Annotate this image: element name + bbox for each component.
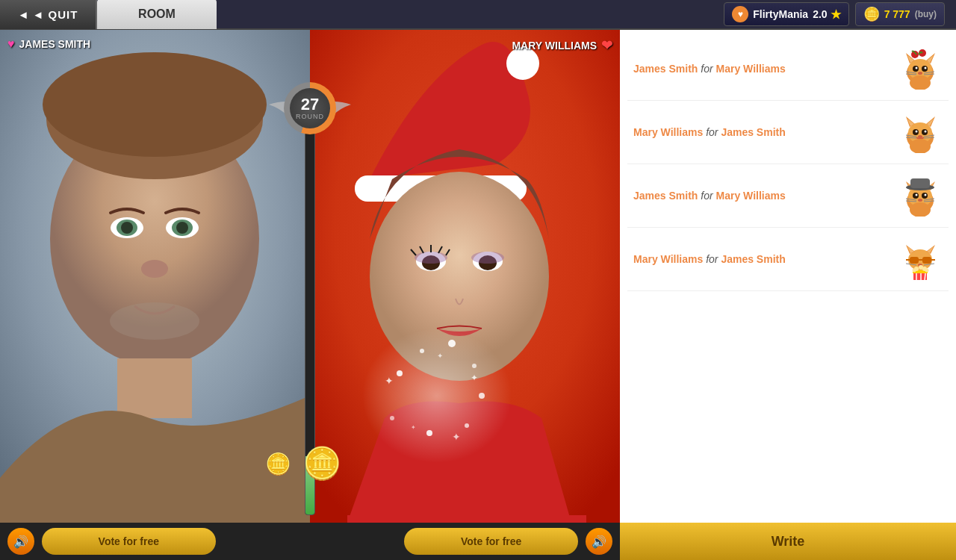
round-number: 27 <box>301 96 319 113</box>
svg-point-21 <box>415 252 447 264</box>
coins-left-icon: 🪙 <box>265 452 291 476</box>
svg-rect-89 <box>910 178 930 188</box>
chat-text-3: James Smith for Mary Williams <box>633 188 890 204</box>
sound-right-button[interactable]: 🔊 <box>586 528 612 555</box>
coins-right-icon: 🪙 <box>302 445 341 482</box>
svg-point-6 <box>121 222 133 234</box>
svg-point-66 <box>918 135 922 138</box>
chat-receiver-2: James Smith <box>721 126 785 138</box>
svg-rect-95 <box>910 257 919 264</box>
chat-entry-4: Mary Williams for James Smith <box>627 228 949 291</box>
chat-entry-2: Mary Williams for James Smith <box>627 101 949 164</box>
svg-rect-23 <box>347 515 586 523</box>
quit-button[interactable]: ◄ ◄ QUIT <box>0 0 97 29</box>
svg-point-9 <box>176 222 188 234</box>
star-icon: ★ <box>831 7 841 22</box>
chat-sender-4: Mary Williams <box>633 253 703 265</box>
chat-receiver-3: Mary Williams <box>716 190 786 202</box>
svg-point-16 <box>370 172 549 381</box>
svg-point-65 <box>924 130 926 132</box>
right-player-label: MARY WILLIAMS ❤ <box>512 37 612 54</box>
chat-text-1: James Smith for Mary Williams <box>633 61 890 77</box>
vote-right-button[interactable]: Vote for free <box>404 528 578 555</box>
write-button[interactable]: Write <box>620 523 956 560</box>
chat-connector-4: for <box>706 253 721 265</box>
round-badge: 27 ROUND <box>284 67 336 134</box>
svg-point-22 <box>471 252 504 264</box>
chat-text-2: Mary Williams for James Smith <box>633 125 890 140</box>
vote-right-label: Vote for free <box>461 535 521 547</box>
topbar: ◄ ◄ QUIT ROOM ♥ FlirtyMania 2.0 ★ 🪙 7 77… <box>0 0 956 30</box>
vote-left-label: Vote for free <box>99 535 159 547</box>
coins-value: 7 777 <box>884 8 910 20</box>
svg-rect-12 <box>117 358 192 418</box>
svg-point-82 <box>918 199 922 202</box>
svg-point-81 <box>924 193 926 196</box>
cat-sticker-4 <box>898 237 943 281</box>
chat-receiver-1: Mary Williams <box>716 63 786 75</box>
round-circle: 27 ROUND <box>284 82 336 134</box>
svg-point-47 <box>924 66 926 69</box>
chat-sender-3: James Smith <box>633 190 698 202</box>
quit-label: ◄ QUIT <box>33 8 78 21</box>
app-logo: ♥ FlirtyMania 2.0 ★ <box>724 2 848 26</box>
bottom-controls: 🔊 Vote for free Vote for free 🔊 <box>0 523 620 560</box>
svg-line-107 <box>925 273 925 280</box>
cat-sticker-1 <box>898 46 943 91</box>
svg-point-10 <box>141 260 168 278</box>
chat-connector-2: for <box>706 126 721 138</box>
chat-text-4: Mary Williams for James Smith <box>633 252 890 267</box>
room-label: ROOM <box>138 7 176 21</box>
svg-point-80 <box>915 193 917 196</box>
svg-point-46 <box>915 66 917 69</box>
topbar-right: ♥ FlirtyMania 2.0 ★ 🪙 7 777 (buy) <box>724 2 956 26</box>
svg-point-64 <box>915 130 917 132</box>
cat-sticker-3 <box>898 173 943 218</box>
right-heart-icon: ❤ <box>601 37 612 54</box>
svg-point-112 <box>925 268 928 272</box>
svg-point-11 <box>110 302 199 340</box>
svg-point-48 <box>918 72 922 75</box>
chat-connector-3: for <box>701 190 716 202</box>
app-heart-icon: ♥ <box>732 6 748 22</box>
video-area: ♥ JAMES SMITH 27 <box>0 30 620 560</box>
main-content: ♥ JAMES SMITH 27 <box>0 30 956 560</box>
chat-entry-3: James Smith for Mary Williams <box>627 164 949 228</box>
left-player-label: ♥ JAMES SMITH <box>7 37 90 51</box>
left-player-name: JAMES SMITH <box>19 38 91 50</box>
coins-display[interactable]: 🪙 7 777 (buy) <box>855 2 945 26</box>
vote-left-button[interactable]: Vote for free <box>42 528 216 555</box>
sound-left-button[interactable]: 🔊 <box>7 528 34 555</box>
chat-entry-1: James Smith for Mary Williams <box>627 37 949 101</box>
left-heart-icon: ♥ <box>7 37 15 51</box>
right-player-name: MARY WILLIAMS <box>512 40 597 52</box>
rating-value: 2.0 <box>813 8 827 20</box>
svg-rect-96 <box>922 257 931 264</box>
round-inner: 27 ROUND <box>290 88 330 128</box>
chat-connector-1: for <box>701 63 716 75</box>
chat-panel: James Smith for Mary Williams <box>620 30 956 560</box>
quit-arrow: ◄ <box>18 8 29 21</box>
chat-sender-1: James Smith <box>633 63 698 75</box>
chat-messages: James Smith for Mary Williams <box>620 30 956 523</box>
buy-label: (buy) <box>915 9 937 19</box>
chat-sender-2: Mary Williams <box>633 126 703 138</box>
write-label: Write <box>772 534 805 549</box>
app-name: FlirtyMania <box>753 8 808 20</box>
round-label: ROUND <box>296 113 324 120</box>
room-tab[interactable]: ROOM <box>97 0 217 29</box>
svg-point-111 <box>912 268 916 272</box>
chat-receiver-4: James Smith <box>721 253 785 265</box>
players-row: ♥ JAMES SMITH 27 <box>0 30 620 523</box>
svg-point-3 <box>43 52 267 157</box>
coin-icon: 🪙 <box>863 6 880 22</box>
cat-sticker-2 <box>898 110 943 155</box>
rating-bar: 2.0 ★ <box>813 7 840 22</box>
